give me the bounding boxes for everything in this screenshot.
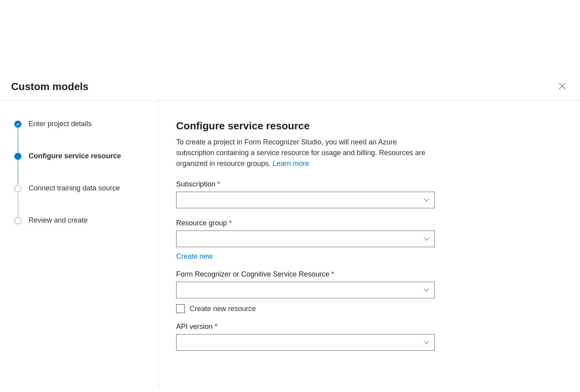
dialog-title: Custom models	[11, 81, 88, 93]
required-asterisk: *	[331, 270, 334, 278]
label-text: Resource group	[176, 219, 227, 227]
step-enter-project-details[interactable]: Enter project details	[14, 120, 144, 128]
step-label: Enter project details	[29, 120, 92, 128]
step-heading: Configure service resource	[176, 120, 435, 132]
required-asterisk: *	[217, 180, 220, 188]
step-connector	[18, 192, 18, 216]
service-resource-field: Form Recognizer or Cognitive Service Res…	[176, 270, 435, 313]
label-text: Form Recognizer or Cognitive Service Res…	[176, 270, 329, 278]
step-description: To create a project in Form Recognizer S…	[176, 137, 435, 169]
step-connector	[18, 160, 18, 184]
step-connect-training-data[interactable]: Connect training data source	[14, 184, 144, 192]
service-resource-select[interactable]	[176, 282, 435, 298]
learn-more-link[interactable]: Learn more	[273, 159, 309, 167]
wizard-steps-sidebar: Enter project details Configure service …	[0, 101, 159, 388]
step-configure-service-resource[interactable]: Configure service resource	[14, 152, 144, 160]
api-version-select[interactable]	[176, 334, 435, 351]
subscription-field: Subscription *	[176, 180, 435, 209]
resource-group-select[interactable]	[176, 231, 435, 247]
step-review-and-create[interactable]: Review and create	[14, 216, 144, 225]
create-new-resource-group-link[interactable]: Create new	[176, 252, 213, 261]
required-asterisk: *	[229, 219, 232, 227]
resource-group-field: Resource group * Create new	[176, 219, 435, 261]
resource-group-label: Resource group *	[176, 219, 435, 227]
label-text: API version	[176, 323, 213, 331]
subscription-select[interactable]	[176, 192, 435, 208]
dialog-header: Custom models	[0, 0, 580, 101]
step-current-icon	[14, 153, 21, 160]
step-label: Review and create	[29, 216, 88, 225]
label-text: Subscription	[176, 180, 215, 188]
subscription-label: Subscription *	[176, 180, 435, 188]
step-pending-icon	[14, 217, 21, 224]
step-pending-icon	[14, 185, 21, 192]
required-asterisk: *	[215, 323, 217, 331]
step-label: Connect training data source	[29, 184, 120, 192]
create-new-resource-checkbox-label[interactable]: Create new resource	[190, 305, 256, 313]
service-resource-label: Form Recognizer or Cognitive Service Res…	[176, 270, 435, 279]
step-completed-icon	[14, 121, 21, 128]
api-version-label: API version *	[176, 323, 435, 331]
close-icon	[559, 83, 566, 91]
wizard-main-panel: Configure service resource To create a p…	[159, 101, 452, 388]
api-version-field: API version *	[176, 323, 435, 352]
step-connector	[18, 128, 18, 152]
step-label: Configure service resource	[29, 152, 121, 160]
close-button[interactable]	[555, 79, 569, 94]
create-new-resource-checkbox[interactable]	[176, 304, 185, 313]
